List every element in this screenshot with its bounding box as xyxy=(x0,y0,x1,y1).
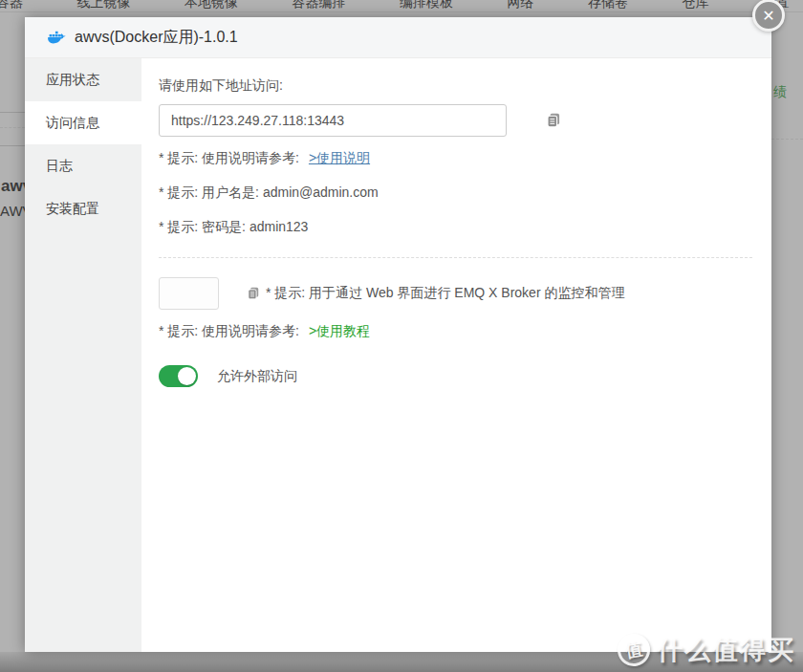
background-nav-separator xyxy=(0,11,803,12)
tab-logs[interactable]: 日志 xyxy=(25,144,141,187)
modal-header: awvs(Docker应用)-1.0.1 xyxy=(25,17,771,58)
dashed-divider xyxy=(159,257,752,258)
background-divider xyxy=(0,145,25,146)
copy-emqx-button[interactable] xyxy=(248,287,259,300)
modal-close-button[interactable]: ✕ xyxy=(752,0,785,32)
modal-sidebar: 应用状态 访问信息 日志 安装配置 xyxy=(25,58,141,652)
smzdm-watermark-text: 什么值得买 xyxy=(657,633,795,667)
background-divider xyxy=(0,112,25,113)
tutorial-link[interactable]: >使用教程 xyxy=(309,323,370,338)
external-access-label: 允许外部访问 xyxy=(217,368,297,385)
nav-item-local-images[interactable]: 本地镜像 xyxy=(184,0,238,11)
background-dashed-divider xyxy=(0,127,25,128)
nav-item-containers[interactable]: 容器 xyxy=(0,0,23,11)
background-dashed-divider xyxy=(771,139,803,140)
address-label: 请使用如下地址访问: xyxy=(159,76,754,95)
tip-username: * 提示: 用户名是: admin@admin.com xyxy=(159,183,754,202)
close-icon: ✕ xyxy=(762,7,774,25)
app-detail-modal: awvs(Docker应用)-1.0.1 应用状态 访问信息 日志 安装配置 请… xyxy=(25,17,771,652)
tip-text: * 提示: 使用说明请参考: xyxy=(159,323,299,338)
smzdm-logo-icon: 值 xyxy=(615,631,652,668)
nav-item-volumes[interactable]: 存储卷 xyxy=(588,0,628,11)
modal-body: 应用状态 访问信息 日志 安装配置 请使用如下地址访问: xyxy=(25,58,771,652)
docker-whale-icon xyxy=(48,31,66,45)
tab-access-info[interactable]: 访问信息 xyxy=(25,101,141,144)
copy-address-button[interactable] xyxy=(547,113,560,128)
address-input[interactable] xyxy=(159,104,507,137)
emqx-tip: * 提示: 用于通过 Web 界面进行 EMQ X Broker 的监控和管理 xyxy=(266,285,624,302)
background-partial-text: 绩 xyxy=(773,84,787,101)
nav-item-online-images[interactable]: 线上镜像 xyxy=(77,0,131,11)
copy-icon xyxy=(248,289,259,303)
tip-usage-manual: * 提示: 使用说明请参考: >使用说明 xyxy=(159,148,754,167)
nav-item-network[interactable]: 网络 xyxy=(508,0,534,11)
tip-text: * 提示: 使用说明请参考: xyxy=(159,150,299,165)
tip-password: * 提示: 密码是: admin123 xyxy=(159,217,754,236)
copy-icon xyxy=(547,117,560,131)
toggle-knob xyxy=(178,367,196,385)
tip-tutorial: * 提示: 使用说明请参考: >使用教程 xyxy=(159,321,754,340)
external-access-toggle[interactable] xyxy=(159,365,198,387)
nav-item-compose-templates[interactable]: 编排模板 xyxy=(400,0,453,11)
tab-install-config[interactable]: 安装配置 xyxy=(25,187,141,230)
tab-app-status[interactable]: 应用状态 xyxy=(25,58,141,101)
background-nav: 容器 线上镜像 本地镜像 容器编排 编排模板 网络 存储卷 仓库 设置 xyxy=(0,0,803,11)
nav-item-compose[interactable]: 容器编排 xyxy=(293,0,346,11)
access-info-panel: 请使用如下地址访问: * 提示: 使用说明请参考: >使用说明 xyxy=(141,58,771,652)
modal-title: awvs(Docker应用)-1.0.1 xyxy=(75,28,238,48)
usage-manual-link[interactable]: >使用说明 xyxy=(309,150,370,165)
nav-item-repository[interactable]: 仓库 xyxy=(683,0,709,11)
smzdm-watermark: 值 什么值得买 xyxy=(618,633,795,667)
emqx-port-input[interactable] xyxy=(159,277,219,310)
